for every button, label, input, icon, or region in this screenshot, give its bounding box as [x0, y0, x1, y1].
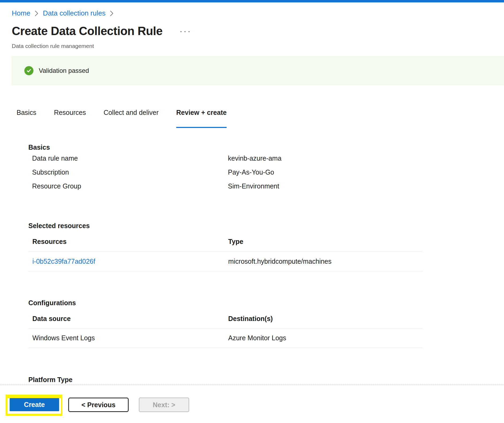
resource-group-value: Sim-Environment [228, 182, 504, 190]
configurations-heading: Configurations [28, 299, 504, 307]
column-header-data-source: Data source [32, 315, 228, 323]
breadcrumb-link-home[interactable]: Home [12, 9, 30, 17]
column-header-resources: Resources [32, 237, 228, 246]
destination-value: Azure Monitor Logs [228, 334, 422, 342]
breadcrumb: Home Data collection rules [12, 9, 504, 17]
resource-type-value: microsoft.hybridcompute/machines [228, 258, 422, 265]
chevron-right-icon [35, 10, 39, 17]
main-content: Home Data collection rules Create Data C… [0, 9, 504, 384]
field-row: Subscription Pay-As-You-Go [32, 165, 504, 179]
section-platform-type: Platform Type [12, 376, 504, 384]
data-rule-name-label: Data rule name [32, 154, 228, 162]
tab-resources[interactable]: Resources [54, 108, 86, 128]
tab-review-create[interactable]: Review + create [176, 108, 227, 128]
field-row: Data rule name kevinb-azure-ama [32, 151, 504, 165]
check-circle-icon [24, 66, 33, 75]
page-header: Create Data Collection Rule ··· [12, 23, 504, 39]
data-rule-name-value: kevinb-azure-ama [228, 154, 504, 162]
subscription-value: Pay-As-You-Go [228, 168, 504, 176]
create-button-highlight: Create [6, 395, 62, 416]
configurations-table: Data source Destination(s) Windows Event… [28, 307, 422, 348]
validation-banner: Validation passed [12, 56, 504, 85]
table-header-row: Resources Type [28, 230, 422, 251]
page-subtitle: Data collection rule management [12, 43, 504, 50]
top-accent-bar [0, 0, 504, 2]
resource-link[interactable]: i-0b52c39fa77ad026f [32, 258, 95, 265]
basics-heading: Basics [28, 143, 504, 151]
footer-bar: Create < Previous Next: > [0, 385, 504, 423]
selected-resources-heading: Selected resources [28, 222, 504, 230]
table-row: Windows Event Logs Azure Monitor Logs [28, 328, 422, 348]
section-configurations: Configurations Data source Destination(s… [12, 299, 504, 348]
page-title: Create Data Collection Rule [12, 23, 163, 39]
data-source-value: Windows Event Logs [32, 334, 228, 342]
selected-resources-table: Resources Type i-0b52c39fa77ad026f micro… [28, 230, 422, 272]
previous-button[interactable]: < Previous [68, 398, 129, 412]
more-options-button[interactable]: ··· [178, 27, 193, 35]
create-button[interactable]: Create [10, 398, 59, 411]
chevron-right-icon [110, 10, 114, 17]
tab-collect-and-deliver[interactable]: Collect and deliver [104, 108, 159, 128]
validation-message: Validation passed [39, 67, 89, 74]
resource-group-label: Resource Group [32, 182, 228, 190]
next-button[interactable]: Next: > [139, 398, 189, 412]
table-row: i-0b52c39fa77ad026f microsoft.hybridcomp… [28, 251, 422, 272]
field-row: Resource Group Sim-Environment [32, 179, 504, 193]
column-header-type: Type [228, 237, 422, 246]
platform-type-heading: Platform Type [28, 376, 504, 384]
breadcrumb-link-data-collection-rules[interactable]: Data collection rules [43, 9, 105, 17]
table-header-row: Data source Destination(s) [28, 307, 422, 328]
column-header-destinations: Destination(s) [228, 315, 422, 323]
tab-basics[interactable]: Basics [17, 108, 36, 128]
section-selected-resources: Selected resources Resources Type i-0b52… [12, 222, 504, 272]
section-basics: Basics Data rule name kevinb-azure-ama S… [12, 143, 504, 193]
tab-bar: Basics Resources Collect and deliver Rev… [17, 108, 504, 128]
subscription-label: Subscription [32, 168, 228, 176]
